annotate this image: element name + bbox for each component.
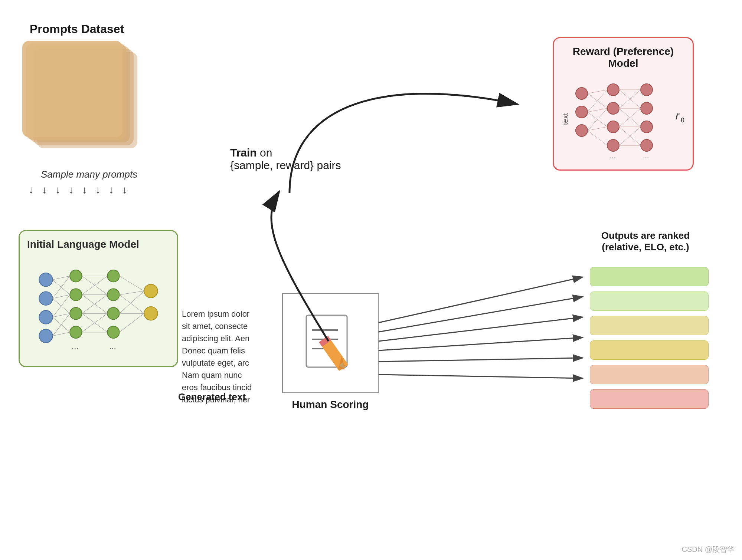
arrow-down-8: ↓ (121, 185, 128, 195)
train-label: Train on{sample, reward} pairs (230, 146, 341, 172)
ranked-bar-1 (590, 267, 709, 286)
svg-point-44 (576, 106, 588, 118)
ranked-bar-5 (590, 365, 709, 384)
lang-model-nn: ... ... (27, 254, 170, 358)
ranked-bars (590, 267, 709, 409)
paper-5 (22, 41, 122, 137)
svg-point-54 (641, 139, 653, 151)
ranked-bar-4 (590, 340, 709, 360)
svg-point-43 (576, 88, 588, 99)
svg-line-36 (120, 276, 144, 291)
svg-point-0 (39, 273, 52, 286)
arrow-down-3: ↓ (55, 185, 61, 195)
reward-model-nn: text ... ... (561, 73, 687, 166)
svg-line-89 (379, 337, 583, 350)
svg-text:...: ... (72, 342, 79, 351)
outputs-ranked-label: Outputs are ranked(relative, ELO, etc.) (586, 230, 705, 253)
watermark: CSDN @段智华 (681, 544, 735, 554)
svg-text:...: ... (643, 152, 649, 160)
svg-point-48 (607, 121, 619, 133)
svg-point-46 (607, 84, 619, 96)
prompts-dataset-label: Prompts Dataset (30, 22, 124, 36)
lang-model-box: Initial Language Model ... ... (19, 230, 178, 367)
svg-point-1 (39, 292, 52, 305)
svg-point-3 (39, 329, 52, 343)
reward-model-box: Reward (Preference)Model text ... ... (553, 37, 694, 171)
svg-line-90 (379, 358, 583, 362)
svg-point-15 (144, 307, 157, 320)
ranked-bar-6 (590, 389, 709, 409)
svg-point-4 (70, 270, 82, 282)
svg-point-10 (107, 289, 119, 301)
human-scoring-box (282, 293, 379, 393)
generated-text-label: Generated text (178, 391, 246, 403)
svg-point-11 (107, 307, 119, 319)
human-scoring-label: Human Scoring (282, 399, 379, 411)
down-arrows: ↓ ↓ ↓ ↓ ↓ ↓ ↓ ↓ (28, 185, 128, 195)
svg-point-51 (641, 84, 653, 96)
svg-point-49 (607, 139, 619, 151)
arrow-down-5: ↓ (81, 185, 88, 195)
svg-line-91 (379, 375, 583, 378)
svg-point-47 (607, 102, 619, 114)
svg-text:θ: θ (681, 116, 684, 124)
svg-text:...: ... (109, 342, 116, 351)
svg-line-87 (379, 297, 583, 332)
reward-model-label: Reward (Preference)Model (561, 46, 685, 69)
arrow-down-6: ↓ (95, 185, 101, 195)
svg-point-14 (144, 284, 157, 297)
arrow-down-7: ↓ (108, 185, 115, 195)
sample-prompts-label: Sample many prompts (41, 169, 137, 180)
arrow-down-1: ↓ (28, 185, 35, 195)
arrow-down-2: ↓ (41, 185, 48, 195)
svg-point-7 (70, 326, 82, 338)
lang-model-label: Initial Language Model (27, 238, 170, 250)
ranked-bar-3 (590, 316, 709, 335)
svg-point-2 (39, 310, 52, 324)
svg-point-5 (70, 289, 82, 301)
svg-point-9 (107, 270, 119, 282)
svg-point-45 (576, 125, 588, 136)
svg-line-38 (120, 295, 144, 314)
diagram-container: Prompts Dataset Sample many prompts ↓ ↓ … (0, 0, 742, 560)
svg-line-41 (120, 313, 144, 332)
svg-line-88 (379, 317, 583, 341)
svg-point-52 (641, 102, 653, 114)
svg-line-86 (379, 277, 583, 323)
svg-point-53 (641, 121, 653, 133)
pencil-doc-icon (301, 312, 360, 375)
stacked-papers (22, 41, 141, 152)
train-bold: Train (230, 146, 257, 159)
svg-point-6 (70, 307, 82, 319)
arrow-down-4: ↓ (68, 185, 75, 195)
svg-text:text: text (561, 113, 569, 125)
svg-text:...: ... (609, 152, 616, 160)
svg-point-12 (107, 326, 119, 338)
svg-line-63 (588, 131, 607, 145)
ranked-bar-2 (590, 291, 709, 311)
svg-text:r: r (676, 109, 680, 122)
